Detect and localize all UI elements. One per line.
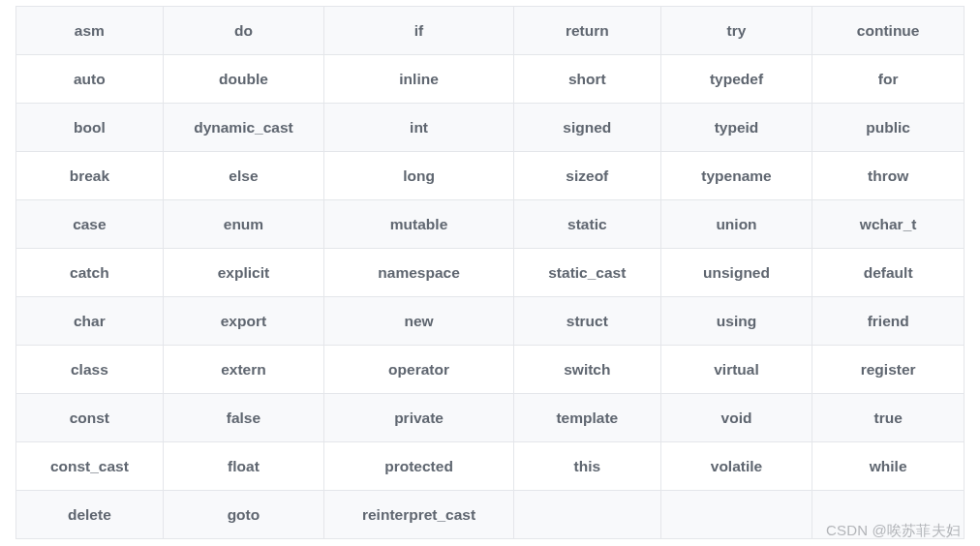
table-cell: delete	[16, 491, 164, 539]
table-cell: try	[660, 7, 812, 55]
table-cell: case	[16, 200, 164, 249]
table-cell: break	[16, 152, 164, 200]
table-row: auto double inline short typedef for	[16, 55, 965, 104]
table-cell: short	[513, 55, 660, 104]
table-cell: catch	[16, 249, 164, 297]
table-row: delete goto reinterpret_cast	[16, 491, 965, 539]
table-cell: typedef	[660, 55, 812, 104]
table-cell: inline	[324, 55, 514, 104]
table-row: catch explicit namespace static_cast uns…	[16, 249, 965, 297]
table-cell: private	[324, 394, 514, 442]
table-cell: export	[163, 297, 323, 346]
table-cell: for	[812, 55, 965, 104]
keywords-table: asm do if return try continue auto doubl…	[15, 6, 965, 539]
table-cell: typename	[660, 152, 812, 200]
table-cell: bool	[16, 104, 164, 152]
table-cell: wchar_t	[812, 200, 965, 249]
table-cell: continue	[812, 7, 965, 55]
table-cell: union	[660, 200, 812, 249]
table-cell: struct	[513, 297, 660, 346]
table-row: bool dynamic_cast int signed typeid publ…	[16, 104, 965, 152]
table-cell: false	[163, 394, 323, 442]
table-cell: friend	[812, 297, 965, 346]
table-cell: using	[660, 297, 812, 346]
table-cell: do	[163, 7, 323, 55]
table-cell: reinterpret_cast	[324, 491, 514, 539]
table-cell: return	[513, 7, 660, 55]
table-cell: mutable	[324, 200, 514, 249]
table-cell: auto	[16, 55, 164, 104]
table-cell: static_cast	[513, 249, 660, 297]
table-row: class extern operator switch virtual reg…	[16, 346, 965, 394]
table-cell: float	[163, 442, 323, 491]
table-cell: const	[16, 394, 164, 442]
table-cell: public	[812, 104, 965, 152]
table-cell: typeid	[660, 104, 812, 152]
table-cell: else	[163, 152, 323, 200]
table-cell: explicit	[163, 249, 323, 297]
table-cell: void	[660, 394, 812, 442]
table-cell: asm	[16, 7, 164, 55]
table-cell	[513, 491, 660, 539]
table-cell: switch	[513, 346, 660, 394]
table-row: char export new struct using friend	[16, 297, 965, 346]
table-cell: dynamic_cast	[163, 104, 323, 152]
table-cell	[812, 491, 965, 539]
table-cell: volatile	[660, 442, 812, 491]
table-cell: goto	[163, 491, 323, 539]
table-cell: default	[812, 249, 965, 297]
table-cell: signed	[513, 104, 660, 152]
table-cell: namespace	[324, 249, 514, 297]
table-row: break else long sizeof typename throw	[16, 152, 965, 200]
table-cell: extern	[163, 346, 323, 394]
table-row: asm do if return try continue	[16, 7, 965, 55]
table-cell: const_cast	[16, 442, 164, 491]
table-cell: double	[163, 55, 323, 104]
table-cell: class	[16, 346, 164, 394]
table-cell: enum	[163, 200, 323, 249]
table-cell: unsigned	[660, 249, 812, 297]
table-cell: true	[812, 394, 965, 442]
table-cell: if	[324, 7, 514, 55]
table-cell: static	[513, 200, 660, 249]
table-cell: protected	[324, 442, 514, 491]
table-cell: new	[324, 297, 514, 346]
table-cell: this	[513, 442, 660, 491]
table-row: const false private template void true	[16, 394, 965, 442]
table-cell: int	[324, 104, 514, 152]
table-cell: register	[812, 346, 965, 394]
table-cell: template	[513, 394, 660, 442]
table-cell: sizeof	[513, 152, 660, 200]
table-cell: char	[16, 297, 164, 346]
table-cell: operator	[324, 346, 514, 394]
table-cell: throw	[812, 152, 965, 200]
table-cell: long	[324, 152, 514, 200]
table-cell: virtual	[660, 346, 812, 394]
table-row: case enum mutable static union wchar_t	[16, 200, 965, 249]
table-cell	[660, 491, 812, 539]
table-row: const_cast float protected this volatile…	[16, 442, 965, 491]
table-cell: while	[812, 442, 965, 491]
